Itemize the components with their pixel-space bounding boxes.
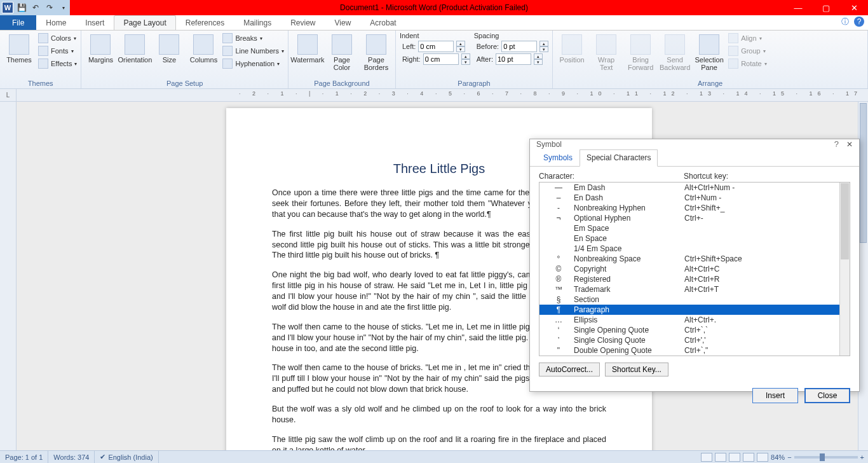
- listbox-scrollbar[interactable]: [839, 183, 850, 356]
- view-outline-button[interactable]: [743, 453, 754, 462]
- shortcut-key-button[interactable]: Shortcut Key...: [605, 363, 668, 377]
- watermark-button[interactable]: Watermark: [292, 32, 323, 64]
- list-item[interactable]: -Nonbreaking HyphenCtrl+Shift+_: [539, 203, 839, 213]
- orientation-button[interactable]: Orientation: [119, 32, 150, 64]
- columns-button[interactable]: Columns: [188, 32, 219, 64]
- list-item[interactable]: —Em DashAlt+Ctrl+Num -: [539, 183, 839, 193]
- fonts-button[interactable]: Fonts▾: [38, 45, 77, 57]
- size-button[interactable]: Size: [154, 32, 184, 64]
- tab-insert[interactable]: Insert: [76, 15, 114, 30]
- maximize-button[interactable]: ▢: [812, 0, 840, 15]
- list-item[interactable]: ¬Optional HyphenCtrl+-: [539, 213, 839, 223]
- tab-view[interactable]: View: [325, 15, 361, 30]
- tab-mailings[interactable]: Mailings: [234, 15, 281, 30]
- qat-dropdown-icon[interactable]: ▾: [57, 1, 70, 14]
- breaks-button[interactable]: Breaks▾: [222, 32, 283, 45]
- list-item[interactable]: ’Single Closing QuoteCtrl+',': [539, 335, 839, 345]
- close-button[interactable]: Close: [804, 388, 850, 403]
- spacing-before-spinner[interactable]: Before:▴▾: [474, 41, 548, 52]
- page-setup-group-label: Page Setup: [85, 79, 283, 88]
- list-item[interactable]: En Space: [539, 233, 839, 244]
- effects-button[interactable]: Effects▾: [38, 57, 77, 70]
- line-numbers-button[interactable]: Line Numbers▾: [222, 45, 283, 57]
- indent-left-spinner[interactable]: Left:▴▾: [400, 41, 470, 52]
- indent-right-spinner[interactable]: Right:▴▾: [400, 53, 470, 65]
- list-item[interactable]: °Nonbreaking SpaceCtrl+Shift+Space: [539, 254, 839, 264]
- status-words[interactable]: Words: 374: [48, 451, 95, 463]
- list-item[interactable]: ®RegisteredAlt+Ctrl+R: [539, 274, 839, 284]
- align-button: Align▾: [728, 32, 766, 45]
- insert-button[interactable]: Insert: [752, 388, 798, 403]
- tab-home[interactable]: Home: [36, 15, 76, 30]
- zoom-slider-knob[interactable]: [820, 453, 825, 461]
- hyphenation-button[interactable]: Hyphenation▾: [222, 57, 283, 70]
- list-item[interactable]: "Double Opening QuoteCtrl+`,": [539, 345, 839, 356]
- themes-button[interactable]: Themes: [4, 32, 34, 64]
- dialog-close-icon[interactable]: ✕: [846, 140, 853, 149]
- wrap-text-button: Wrap Text: [591, 32, 621, 71]
- symbol-name: Double Opening Quote: [574, 346, 684, 355]
- list-item[interactable]: ¶Paragraph: [539, 305, 839, 315]
- list-item[interactable]: –En DashCtrl+Num -: [539, 193, 839, 203]
- status-language[interactable]: ✔English (India): [95, 451, 158, 463]
- help-icon[interactable]: ?: [854, 17, 864, 27]
- special-characters-listbox[interactable]: —Em DashAlt+Ctrl+Num -–En DashCtrl+Num -…: [539, 182, 850, 356]
- minimize-button[interactable]: —: [784, 0, 812, 15]
- list-item[interactable]: §Section: [539, 294, 839, 305]
- status-page[interactable]: Page: 1 of 1: [0, 451, 48, 463]
- colors-button[interactable]: Colors▾: [38, 32, 77, 45]
- zoom-slider[interactable]: [794, 456, 858, 459]
- zoom-level[interactable]: 84%: [771, 453, 785, 461]
- columns-icon: [193, 34, 214, 55]
- tab-page-layout[interactable]: Page Layout: [114, 15, 175, 30]
- size-icon: [159, 34, 179, 55]
- horizontal-ruler[interactable]: · 2 · 1 · | · 1 · 2 · 3 · 4 · 5 · 6 · 7 …: [17, 89, 868, 101]
- dialog-tab-symbols[interactable]: Symbols: [536, 149, 580, 167]
- view-print-layout-button[interactable]: [701, 453, 712, 462]
- zoom-out-button[interactable]: −: [787, 453, 791, 461]
- ribbon-minimize-icon[interactable]: ⓘ: [840, 17, 850, 27]
- hyphenation-icon: [222, 59, 233, 69]
- page-borders-button[interactable]: Page Borders: [361, 32, 391, 71]
- zoom-in-button[interactable]: +: [860, 453, 864, 461]
- group-button: Group▾: [728, 45, 766, 57]
- symbol-glyph: §: [543, 295, 574, 304]
- tab-acrobat[interactable]: Acrobat: [360, 15, 405, 30]
- tab-review[interactable]: Review: [281, 15, 325, 30]
- view-draft-button[interactable]: [757, 453, 768, 462]
- dialog-tab-special-characters[interactable]: Special Characters: [580, 149, 658, 167]
- undo-icon[interactable]: ↶: [29, 1, 42, 14]
- page-color-button[interactable]: Page Color: [327, 32, 357, 71]
- dialog-titlebar[interactable]: Symbol ? ✕: [530, 139, 859, 149]
- view-web-layout-button[interactable]: [729, 453, 740, 462]
- ribbon-group-page-background: Watermark Page Color Page Borders Page B…: [288, 31, 396, 88]
- margins-button[interactable]: Margins: [85, 32, 116, 64]
- symbol-shortcut: Ctrl+',': [684, 336, 836, 345]
- listbox-scrollbar-thumb[interactable]: [841, 183, 849, 259]
- tab-references[interactable]: References: [176, 15, 234, 30]
- list-item[interactable]: …EllipsisAlt+Ctrl+.: [539, 315, 839, 325]
- spacing-after-spinner[interactable]: After:▴▾: [474, 53, 548, 65]
- symbol-glyph: ": [543, 346, 574, 355]
- vertical-ruler[interactable]: [0, 102, 17, 450]
- bring-forward-button: Bring Forward: [625, 32, 656, 71]
- list-item[interactable]: Em Space: [539, 223, 839, 233]
- list-item[interactable]: ™TrademarkAlt+Ctrl+T: [539, 284, 839, 294]
- view-full-screen-button[interactable]: [715, 453, 726, 462]
- redo-icon[interactable]: ↷: [43, 1, 56, 14]
- symbol-shortcut: Alt+Ctrl+.: [684, 315, 836, 324]
- selection-pane-button[interactable]: Selection Pane: [694, 32, 724, 71]
- group-icon: [728, 46, 738, 56]
- list-item[interactable]: ‘Single Opening QuoteCtrl+`,`: [539, 325, 839, 335]
- save-icon[interactable]: 💾: [15, 1, 28, 14]
- wrap-text-icon: [596, 34, 616, 55]
- tab-file[interactable]: File: [0, 15, 36, 30]
- autocorrect-button[interactable]: AutoCorrect...: [539, 363, 600, 377]
- symbol-shortcut: Ctrl+Shift+Space: [684, 254, 836, 263]
- list-item[interactable]: 1/4 Em Space: [539, 244, 839, 254]
- list-item[interactable]: ©CopyrightAlt+Ctrl+C: [539, 264, 839, 274]
- dialog-help-icon[interactable]: ?: [834, 139, 846, 149]
- window-controls: — ▢ ✕: [784, 0, 868, 15]
- close-window-button[interactable]: ✕: [840, 0, 868, 15]
- scrollbar-thumb[interactable]: [860, 103, 867, 243]
